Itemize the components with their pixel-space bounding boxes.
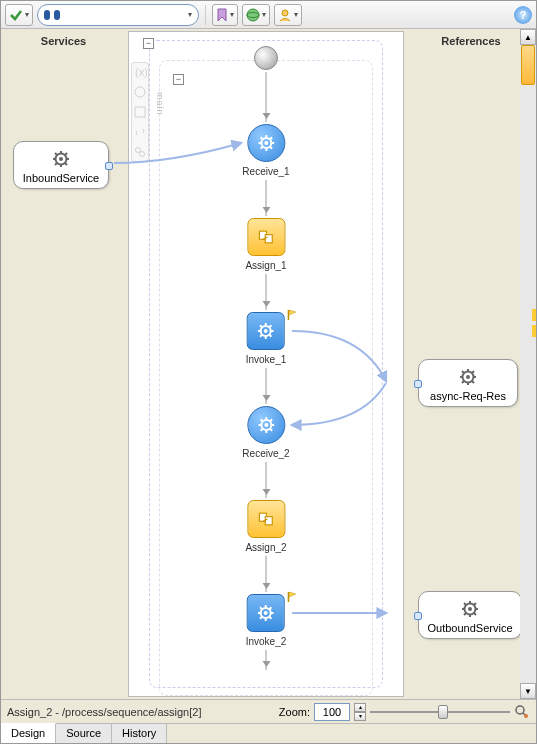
- outbound-reference-box[interactable]: OutboundService: [418, 591, 522, 639]
- change-marker: [532, 325, 536, 337]
- palette-variable-icon[interactable]: (x): [133, 65, 147, 79]
- services-panel: Services InboundService: [1, 29, 126, 699]
- scroll-thumb[interactable]: [521, 45, 535, 85]
- zoom-label: Zoom:: [279, 706, 310, 718]
- svg-text:(x): (x): [135, 66, 147, 78]
- help-icon: ?: [520, 9, 527, 21]
- user-button[interactable]: [274, 4, 302, 26]
- receive-1-activity[interactable]: Receive_1: [242, 124, 289, 177]
- change-marker: [532, 309, 536, 321]
- references-heading: References: [406, 29, 536, 53]
- zoom-input[interactable]: [314, 703, 350, 721]
- validate-button[interactable]: [5, 4, 33, 26]
- breakpoint-flag-icon: [286, 309, 298, 321]
- scroll-down-button[interactable]: ▼: [520, 683, 536, 699]
- flow-arrow: [266, 368, 267, 404]
- activity-label: Assign_2: [245, 542, 286, 553]
- globe-icon: [246, 8, 260, 22]
- scroll-up-button[interactable]: ▲: [520, 29, 536, 45]
- invoke-2-activity[interactable]: Invoke_2: [246, 594, 287, 647]
- tab-history[interactable]: History: [112, 724, 167, 743]
- activity-label: Assign_1: [245, 260, 286, 271]
- service-label: InboundService: [20, 172, 102, 184]
- activity-label: Receive_1: [242, 166, 289, 177]
- search-combo[interactable]: ▾: [37, 4, 199, 26]
- chevron-down-icon[interactable]: ▾: [188, 10, 192, 19]
- svg-point-29: [136, 148, 141, 153]
- flow-arrow: [266, 180, 267, 216]
- zoom-spinner[interactable]: ▴▾: [354, 703, 366, 721]
- activity-label: Receive_2: [242, 448, 289, 459]
- gear-icon: [461, 600, 479, 618]
- activity-label: Invoke_1: [246, 354, 287, 365]
- reference-port[interactable]: [414, 380, 422, 388]
- gear-icon: [258, 605, 274, 621]
- activity-label: Invoke_2: [246, 636, 287, 647]
- user-icon: [278, 8, 292, 22]
- collapse-toggle-inner[interactable]: −: [173, 74, 184, 85]
- invoke-1-activity[interactable]: Invoke_1: [246, 312, 287, 365]
- svg-point-33: [524, 714, 528, 718]
- zoom-slider[interactable]: [370, 705, 510, 719]
- svg-point-31: [516, 706, 524, 714]
- help-button[interactable]: ?: [514, 6, 532, 24]
- tab-source[interactable]: Source: [56, 724, 112, 743]
- gear-icon: [258, 417, 274, 433]
- reference-port[interactable]: [414, 612, 422, 620]
- search-input[interactable]: [64, 7, 184, 23]
- reference-label: async-Req-Res: [425, 390, 511, 402]
- palette-assign-icon[interactable]: [133, 105, 147, 119]
- gear-icon: [459, 368, 477, 386]
- svg-point-27: [135, 87, 145, 97]
- selection-path: Assign_2 - /process/sequence/assign[2]: [7, 706, 201, 718]
- svg-point-25: [282, 10, 288, 16]
- svg-point-30: [140, 152, 145, 157]
- assign-icon: [257, 230, 275, 244]
- palette-chain-icon[interactable]: [133, 145, 147, 159]
- flow-arrow: [266, 274, 267, 310]
- bookmark-button[interactable]: [212, 4, 238, 26]
- assign-icon: [257, 512, 275, 526]
- separator: [205, 5, 206, 25]
- spin-up[interactable]: ▴: [354, 703, 366, 712]
- svg-point-23: [247, 9, 259, 21]
- async-reference-box[interactable]: async-Req-Res: [418, 359, 518, 407]
- tab-design[interactable]: Design: [1, 723, 56, 743]
- vertical-scrollbar[interactable]: ▲ ▼: [520, 29, 536, 699]
- editor-area: Services InboundService − − main (x) Rec…: [1, 29, 536, 699]
- slider-thumb[interactable]: [438, 705, 448, 719]
- assign-1-activity[interactable]: Assign_1: [245, 218, 286, 271]
- flow-arrow: [266, 650, 267, 670]
- bookmark-icon: [216, 8, 228, 22]
- collapse-toggle[interactable]: −: [143, 38, 154, 49]
- start-event[interactable]: [254, 46, 278, 70]
- gear-icon: [258, 323, 274, 339]
- flow-arrow: [266, 556, 267, 592]
- scope-label: main: [155, 92, 165, 116]
- scroll-track[interactable]: [520, 45, 536, 683]
- gear-icon: [52, 150, 70, 168]
- flow-arrow: [266, 462, 267, 498]
- zoom-fit-icon[interactable]: [514, 704, 530, 720]
- flow-arrow: [266, 72, 267, 122]
- binoculars-icon: [44, 9, 60, 21]
- spin-down[interactable]: ▾: [354, 712, 366, 721]
- inbound-service-box[interactable]: InboundService: [13, 141, 109, 189]
- palette-gear-icon[interactable]: [133, 85, 147, 99]
- main-toolbar: ▾ ?: [1, 1, 536, 29]
- receive-2-activity[interactable]: Receive_2: [242, 406, 289, 459]
- service-port[interactable]: [105, 162, 113, 170]
- status-bar: Assign_2 - /process/sequence/assign[2] Z…: [1, 699, 536, 723]
- breakpoint-flag-icon: [286, 591, 298, 603]
- editor-tabs: Design Source History: [1, 723, 536, 743]
- process-canvas[interactable]: − − main (x) Receive_1 Assign_1 Invoke_1…: [128, 31, 404, 697]
- activity-palette: (x): [131, 62, 149, 162]
- palette-link-icon[interactable]: [133, 125, 147, 139]
- reference-label: OutboundService: [425, 622, 515, 634]
- globe-button[interactable]: [242, 4, 270, 26]
- assign-2-activity[interactable]: Assign_2: [245, 500, 286, 553]
- gear-icon: [258, 135, 274, 151]
- references-panel: References async-Req-Res OutboundService: [406, 29, 536, 699]
- check-icon: [9, 8, 23, 22]
- services-heading: Services: [1, 29, 126, 53]
